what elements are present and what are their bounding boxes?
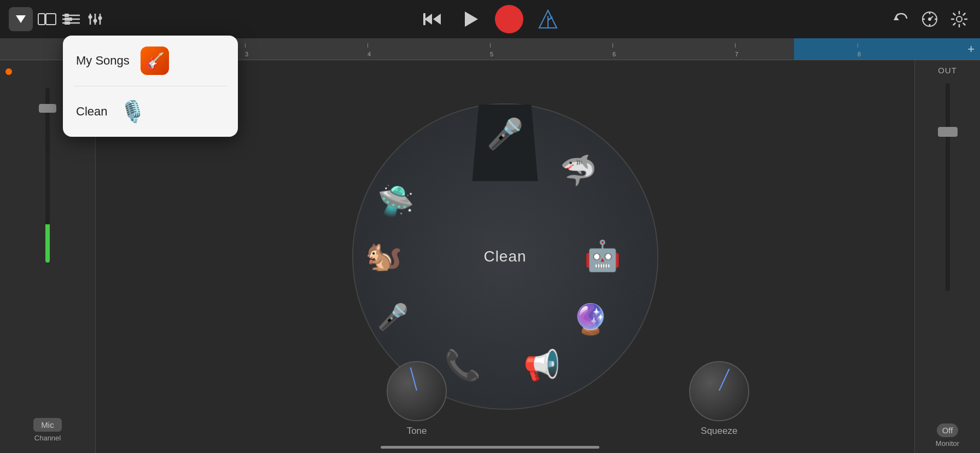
wheel-icon-robot[interactable]: 🤖 [584,239,621,273]
out-label: OUT [938,66,957,75]
wheel-center-label: Clean [483,248,526,265]
scroll-indicator [381,446,599,449]
dropdown-button[interactable] [9,7,33,31]
channel-label-area: Mic Channel [0,418,95,448]
window-layout-button[interactable] [37,11,57,27]
out-fader-track [946,83,950,291]
svg-marker-15 [424,14,432,25]
squeeze-knob-group: Squeeze [689,361,749,437]
svg-rect-16 [423,13,425,25]
channel-active-dot [5,68,12,75]
wheel-icon-crystal-ball[interactable]: 🔮 [572,302,609,336]
add-track-button[interactable]: + [967,42,975,56]
tempo-button[interactable] [921,10,938,28]
squeeze-label: Squeeze [701,426,737,437]
monitor-area: Off Monitor [936,423,959,453]
toolbar [0,0,980,38]
svg-point-13 [94,19,97,23]
out-fader-thumb[interactable] [938,127,958,137]
squeeze-knob-indicator [719,369,730,391]
channel-label: Channel [34,434,61,442]
svg-rect-2 [46,14,56,25]
monitor-label: Monitor [936,439,959,448]
dropdown-popover: My Songs 🎸 Clean 🎙️ [63,36,238,137]
svg-marker-17 [433,14,441,25]
tone-label: Tone [407,426,427,437]
tone-knob[interactable] [387,361,447,421]
svg-rect-6 [65,14,69,17]
right-strip: OUT Off Monitor [914,60,980,453]
mixer-button[interactable] [85,11,105,27]
svg-rect-8 [65,21,70,25]
svg-marker-0 [16,15,26,23]
svg-point-12 [89,15,92,19]
svg-rect-1 [38,14,45,25]
svg-point-30 [956,16,962,22]
timeline-mark-5[interactable]: 5 [490,51,586,57]
undo-button[interactable] [892,10,910,28]
bottom-controls: Tone Squeeze [191,361,914,437]
toolbar-right [892,9,980,29]
svg-point-14 [98,16,102,20]
popover-my-songs-label: My Songs [76,54,130,68]
wheel-icon-shark[interactable]: 🦈 [560,153,597,188]
svg-marker-18 [465,11,478,27]
wheel-icon-mic2[interactable]: 🎤 [377,302,409,332]
mic-button[interactable]: Mic [33,418,61,432]
wheel-icon-squirrel[interactable]: 🐿️ [365,239,402,273]
timeline-mark-3[interactable]: 3 [245,51,341,57]
wheel-icon-mic[interactable]: 🎤 [487,117,523,151]
channel-fader-thumb[interactable] [39,104,56,113]
skip-back-button[interactable] [418,5,446,33]
popover-mic-icon: 🎙️ [118,97,147,126]
svg-rect-7 [65,18,72,21]
monitor-toggle[interactable]: Off [937,423,959,437]
wheel-icon-ufo[interactable]: 🛸 [377,184,414,218]
settings-button[interactable] [949,9,969,29]
channel-fader-track [45,88,50,263]
metronome-button[interactable] [534,5,562,33]
popover-item-clean[interactable]: Clean 🎙️ [63,86,238,137]
toolbar-center [418,5,562,33]
timeline-mark-4[interactable]: 4 [368,51,463,57]
timeline-mark-7[interactable]: 7 [735,51,831,57]
timeline-mark-8[interactable]: 8 [858,51,953,57]
squeeze-knob[interactable] [689,361,749,421]
garageband-icon: 🎸 [141,47,169,75]
timeline-mark-6[interactable]: 6 [612,51,708,57]
tracks-list-button[interactable] [61,11,81,27]
popover-item-my-songs[interactable]: My Songs 🎸 [63,36,238,86]
play-button[interactable] [457,5,484,33]
channel-fader-level [45,224,50,263]
popover-clean-label: Clean [76,104,107,119]
tone-knob-group: Tone [387,361,447,437]
toolbar-left [0,7,262,31]
tone-knob-indicator [410,367,417,391]
record-button[interactable] [495,5,523,33]
